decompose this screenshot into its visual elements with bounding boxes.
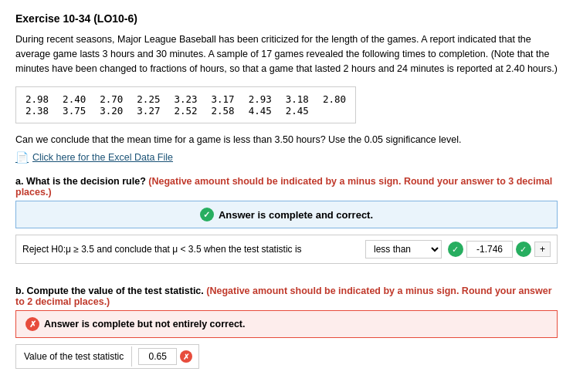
part-a-section: a. What is the decision rule? (Negative … xyxy=(15,176,558,264)
page-title: Exercise 10-34 (LO10-6) xyxy=(15,12,558,25)
stat-x-icon: ✗ xyxy=(180,350,192,363)
excel-icon: 📄 xyxy=(15,151,29,164)
check-button[interactable]: ✓ xyxy=(516,242,531,257)
inline-check-icon: ✓ xyxy=(448,242,463,257)
stat-value-input[interactable] xyxy=(138,348,177,365)
data-row-1: 2.98 2.40 2.70 2.25 3.23 3.17 2.93 3.18 … xyxy=(25,93,346,105)
data-table: 2.98 2.40 2.70 2.25 3.23 3.17 2.93 3.18 … xyxy=(15,86,356,123)
part-b-section: b. Compute the value of the test statist… xyxy=(15,286,558,369)
reject-text: Reject H0:μ ≥ 3.5 and conclude that μ < … xyxy=(22,244,359,255)
stat-label: Value of the test statistic xyxy=(16,346,132,367)
part-a-answer-status: ✓ Answer is complete and correct. xyxy=(25,208,548,221)
question-text: Can we conclude that the mean time for a… xyxy=(15,134,558,145)
stat-row: Value of the test statistic ✗ xyxy=(15,344,199,369)
part-a-label: a. What is the decision rule? (Negative … xyxy=(15,176,558,198)
part-a-answer-row: Reject H0:μ ≥ 3.5 and conclude that μ < … xyxy=(15,235,558,264)
part-b-label: b. Compute the value of the test statist… xyxy=(15,286,558,307)
less-than-dropdown[interactable]: less than greater than xyxy=(365,240,442,259)
excel-link[interactable]: 📄 Click here for the Excel Data File xyxy=(15,151,558,164)
decision-value-input[interactable] xyxy=(466,241,513,258)
description-text: During recent seasons, Major League Base… xyxy=(15,32,558,76)
check-circle-icon: ✓ xyxy=(200,208,214,221)
value-box: ✓ ✓ + xyxy=(448,241,551,258)
x-circle-icon: ✗ xyxy=(25,317,39,331)
data-row-2: 2.38 3.75 3.20 3.27 2.52 2.58 4.45 2.45 xyxy=(25,105,346,117)
plus-button[interactable]: + xyxy=(534,242,551,257)
excel-link-text[interactable]: Click here for the Excel Data File xyxy=(32,152,173,163)
part-b-answer-status: Answer is complete but not entirely corr… xyxy=(44,319,245,329)
part-a-answer-box: ✓ Answer is complete and correct. xyxy=(15,201,558,228)
part-b-answer-box: ✗ Answer is complete but not entirely co… xyxy=(15,310,558,338)
stat-value-box: ✗ xyxy=(132,345,198,368)
